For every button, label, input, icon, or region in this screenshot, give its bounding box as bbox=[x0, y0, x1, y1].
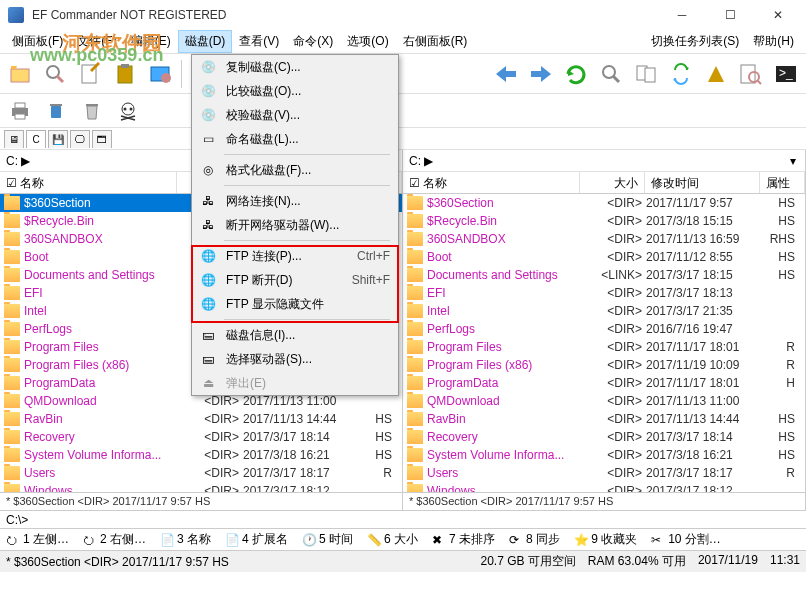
tool-find-icon[interactable] bbox=[735, 58, 767, 90]
menu-file[interactable]: 文件(F) bbox=[70, 30, 123, 53]
function-key-2[interactable]: ⭮2 右侧… bbox=[83, 531, 146, 548]
menu-item-network-off[interactable]: 🖧断开网络驱动器(W)... bbox=[192, 213, 398, 237]
function-key-1[interactable]: ⭮1 左侧… bbox=[6, 531, 69, 548]
disk-label-icon: ▭ bbox=[200, 131, 216, 147]
tool-sync-icon[interactable] bbox=[665, 58, 697, 90]
file-row[interactable]: Boot<DIR>2017/11/12 8:55HS bbox=[403, 248, 805, 266]
col-checkbox-icon[interactable]: ☑ bbox=[409, 176, 423, 190]
file-row[interactable]: Users<DIR>2017/3/17 18:17R bbox=[0, 464, 402, 482]
file-row[interactable]: EFI<DIR>2017/3/17 18:13 bbox=[403, 284, 805, 302]
function-key-5[interactable]: 🕐5 时间 bbox=[302, 531, 353, 548]
tool-edit-icon[interactable] bbox=[74, 58, 106, 90]
file-row[interactable]: Recovery<DIR>2017/3/17 18:14HS bbox=[0, 428, 402, 446]
tool-pyramid-icon[interactable] bbox=[700, 58, 732, 90]
folder-icon bbox=[4, 268, 20, 282]
right-col-date[interactable]: 修改时间 bbox=[645, 172, 760, 193]
file-row[interactable]: Recovery<DIR>2017/3/17 18:14HS bbox=[403, 428, 805, 446]
menu-item-disk-label[interactable]: ▭命名磁盘(L)... bbox=[192, 127, 398, 151]
file-row[interactable]: RavBin<DIR>2017/11/13 14:44HS bbox=[403, 410, 805, 428]
menu-disk[interactable]: 磁盘(D) bbox=[178, 30, 233, 53]
right-col-size[interactable]: 大小 bbox=[580, 172, 645, 193]
disk-dropdown-menu: 💿复制磁盘(C)...💿比较磁盘(O)...💿校验磁盘(V)...▭命名磁盘(L… bbox=[191, 54, 399, 396]
left-col-name[interactable]: 名称 bbox=[20, 176, 44, 190]
menu-item-globe[interactable]: 🌐FTP 连接(P)...Ctrl+F bbox=[192, 244, 398, 268]
tool-printer-icon[interactable] bbox=[4, 95, 36, 127]
tool-settings-icon[interactable] bbox=[144, 58, 176, 90]
file-row[interactable]: Program Files<DIR>2017/11/17 18:01R bbox=[403, 338, 805, 356]
file-row[interactable]: Windows<DIR>2017/3/17 18:12 bbox=[0, 482, 402, 492]
tool-sheets-icon[interactable] bbox=[630, 58, 662, 90]
file-row[interactable]: System Volume Informa...<DIR>2017/3/18 1… bbox=[403, 446, 805, 464]
menu-item-format[interactable]: ◎格式化磁盘(F)... bbox=[192, 158, 398, 182]
function-icon: ⭮ bbox=[6, 533, 20, 547]
menu-options[interactable]: 选项(O) bbox=[340, 30, 395, 53]
menu-item-network[interactable]: 🖧网络连接(N)... bbox=[192, 189, 398, 213]
file-row[interactable]: Program Files (x86)<DIR>2017/11/19 10:09… bbox=[403, 356, 805, 374]
menu-item-info[interactable]: 🖴磁盘信息(I)... bbox=[192, 323, 398, 347]
tool-recycle-icon[interactable] bbox=[40, 95, 72, 127]
file-size: <DIR> bbox=[178, 430, 243, 444]
file-row[interactable]: System Volume Informa...<DIR>2017/3/18 1… bbox=[0, 446, 402, 464]
file-row[interactable]: $Recycle.Bin<DIR>2017/3/18 15:15HS bbox=[403, 212, 805, 230]
drive-tab-desktop-icon[interactable]: 🗔 bbox=[92, 130, 112, 148]
tool-skull-icon[interactable] bbox=[112, 95, 144, 127]
command-line[interactable]: C:\> bbox=[0, 510, 806, 528]
menu-item-disk-check[interactable]: 💿校验磁盘(V)... bbox=[192, 103, 398, 127]
right-path-bar[interactable]: C: ▶ ▾ bbox=[403, 150, 805, 172]
file-row[interactable]: Users<DIR>2017/3/17 18:17R bbox=[403, 464, 805, 482]
menu-help[interactable]: 帮助(H) bbox=[746, 30, 801, 53]
function-key-7[interactable]: ✖7 未排序 bbox=[432, 531, 495, 548]
function-key-4[interactable]: 📄4 扩展名 bbox=[225, 531, 288, 548]
tool-new-folder[interactable] bbox=[4, 58, 36, 90]
menu-item-select[interactable]: 🖴选择驱动器(S)... bbox=[192, 347, 398, 371]
tool-paste-icon[interactable] bbox=[109, 58, 141, 90]
tool-console-icon[interactable]: >_ bbox=[770, 58, 802, 90]
col-checkbox-icon[interactable]: ☑ bbox=[6, 176, 20, 190]
file-row[interactable]: Intel<DIR>2017/3/17 21:35 bbox=[403, 302, 805, 320]
file-name: ProgramData bbox=[24, 376, 178, 390]
right-col-name[interactable]: 名称 bbox=[423, 176, 447, 190]
menu-item-globe-eye[interactable]: 🌐FTP 显示隐藏文件 bbox=[192, 292, 398, 316]
menu-item-disk-compare[interactable]: 💿比较磁盘(O)... bbox=[192, 79, 398, 103]
function-key-6[interactable]: 📏6 大小 bbox=[367, 531, 418, 548]
function-icon: 📏 bbox=[367, 533, 381, 547]
drive-tab-e[interactable]: 🖵 bbox=[70, 130, 90, 148]
menu-item-globe-off[interactable]: 🌐FTP 断开(D)Shift+F bbox=[192, 268, 398, 292]
folder-icon bbox=[4, 484, 20, 492]
tool-trash-icon[interactable] bbox=[76, 95, 108, 127]
drive-tab-c[interactable]: C bbox=[26, 130, 46, 148]
file-name: Recovery bbox=[427, 430, 581, 444]
menu-right-panel[interactable]: 右侧面板(R) bbox=[396, 30, 475, 53]
function-key-3[interactable]: 📄3 名称 bbox=[160, 531, 211, 548]
menu-view[interactable]: 查看(V) bbox=[232, 30, 286, 53]
file-row[interactable]: QMDownload<DIR>2017/11/13 11:00 bbox=[403, 392, 805, 410]
drive-tab-pc-icon[interactable]: 🖥 bbox=[4, 130, 24, 148]
menu-item-disk[interactable]: 💿复制磁盘(C)... bbox=[192, 55, 398, 79]
minimize-button[interactable]: ─ bbox=[662, 3, 702, 27]
function-key-8[interactable]: ⟳8 同步 bbox=[509, 531, 560, 548]
menu-switch-tasklist[interactable]: 切换任务列表(S) bbox=[644, 30, 746, 53]
file-row[interactable]: 360SANDBOX<DIR>2017/11/13 16:59RHS bbox=[403, 230, 805, 248]
file-row[interactable]: Documents and Settings<LINK>2017/3/17 18… bbox=[403, 266, 805, 284]
menu-edit[interactable]: 编辑(E) bbox=[124, 30, 178, 53]
file-row[interactable]: PerfLogs<DIR>2016/7/16 19:47 bbox=[403, 320, 805, 338]
file-row[interactable]: $360Section<DIR>2017/11/17 9:57HS bbox=[403, 194, 805, 212]
tool-forward-icon[interactable] bbox=[525, 58, 557, 90]
file-row[interactable]: Windows<DIR>2017/3/17 18:12 bbox=[403, 482, 805, 492]
menu-command[interactable]: 命令(X) bbox=[286, 30, 340, 53]
close-button[interactable]: ✕ bbox=[758, 3, 798, 27]
file-row[interactable]: ProgramData<DIR>2017/11/17 18:01H bbox=[403, 374, 805, 392]
function-key-10[interactable]: ✂10 分割… bbox=[651, 531, 721, 548]
menu-left-panel[interactable]: 侧面板(F) bbox=[5, 30, 70, 53]
right-file-list[interactable]: $360Section<DIR>2017/11/17 9:57HS$Recycl… bbox=[403, 194, 805, 492]
drive-tab-d[interactable]: 💾 bbox=[48, 130, 68, 148]
path-dropdown-icon[interactable]: ▾ bbox=[787, 156, 799, 166]
file-row[interactable]: RavBin<DIR>2017/11/13 14:44HS bbox=[0, 410, 402, 428]
tool-zoom-icon[interactable] bbox=[595, 58, 627, 90]
tool-search-icon[interactable] bbox=[39, 58, 71, 90]
maximize-button[interactable]: ☐ bbox=[710, 3, 750, 27]
tool-back-icon[interactable] bbox=[490, 58, 522, 90]
right-col-attr[interactable]: 属性 bbox=[760, 172, 805, 193]
tool-refresh-icon[interactable] bbox=[560, 58, 592, 90]
function-key-9[interactable]: ⭐9 收藏夹 bbox=[574, 531, 637, 548]
